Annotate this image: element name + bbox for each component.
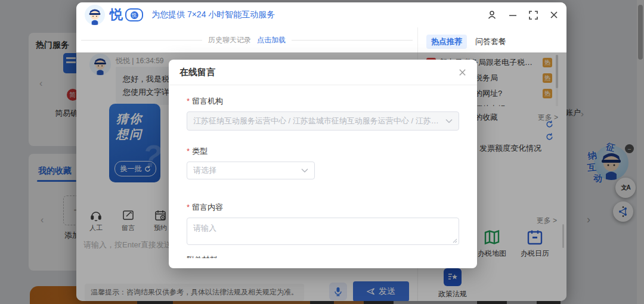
hot-badge: 热: [543, 58, 552, 67]
close-icon[interactable]: [550, 11, 558, 19]
chevron-right-icon[interactable]: ›: [587, 213, 590, 226]
browser-scrollbar-thumb[interactable]: [638, 5, 643, 60]
message-meta: 悦悦 | 16:34:59: [116, 56, 164, 66]
list-scrollbar-thumb[interactable]: [556, 55, 558, 88]
screen: 热门服务 ‹ 简 简易确认 我的收藏 ‹ + 添加 账户 › › 征 纳 互 动…: [0, 0, 644, 304]
message-avatar: [89, 54, 111, 75]
hot-badge: 热: [543, 89, 552, 98]
chevron-left-icon[interactable]: ‹: [39, 78, 42, 89]
tab-hot-recommend[interactable]: 热点推荐: [426, 35, 467, 49]
collapse-mascot-button[interactable]: –: [625, 144, 634, 153]
policy-regulation-entry[interactable]: 政策法规: [434, 268, 472, 299]
assistant-window-header: 悦 悦 为您提供 7×24 小时智能互动服务: [76, 2, 566, 27]
suggest-title-line: 想问: [116, 126, 143, 142]
type-select[interactable]: 请选择: [187, 162, 315, 179]
chevron-down-icon: [301, 168, 308, 173]
online-message-modal: 在线留言 *留言机构 江苏征纳互动服务运营中心 / 江苏盐城市征纳互动服务运营中…: [169, 60, 477, 268]
modal-title: 在线留言: [179, 67, 215, 78]
history-label: 历史聊天记录: [208, 35, 251, 45]
assistant-avatar: [85, 5, 105, 25]
panel-scrollbar-thumb[interactable]: [562, 224, 564, 248]
suggest-title-line: 猜你: [116, 111, 143, 126]
tab-underline: [37, 180, 76, 182]
assistant-logo-text: 悦: [110, 6, 123, 24]
resize-handle[interactable]: [451, 237, 457, 243]
translate-button[interactable]: 文A: [615, 178, 636, 198]
account-text-fragment: 账户: [565, 107, 581, 118]
chevron-right-icon[interactable]: ›: [581, 108, 584, 119]
leave-message-button[interactable]: 留言: [117, 209, 140, 232]
history-divider: 历史聊天记录 点击加载: [81, 35, 413, 45]
chat-input[interactable]: 请输入，按Enter直接发送: [83, 240, 172, 250]
mascot-char: 纳: [587, 150, 598, 163]
hot-badge: 热: [543, 73, 552, 83]
map-icon: [484, 229, 500, 246]
mic-icon: [334, 287, 342, 296]
type-field-label: *类型: [187, 146, 459, 157]
org-select[interactable]: 江苏征纳互动服务运营中心 / 江苏盐城市征纳互动服务运营中心 / 江苏盐城市大丰: [187, 111, 459, 131]
tax-calendar-entry[interactable]: 办税日历: [516, 229, 554, 259]
voice-input-button[interactable]: [329, 283, 347, 300]
refresh-icon: [144, 166, 151, 172]
list-scrollbar-track[interactable]: [556, 55, 558, 106]
graph-icon: [618, 206, 628, 217]
translate-icon: 文A: [621, 184, 630, 192]
services-more-link[interactable]: 更多 >: [537, 216, 557, 226]
send-button[interactable]: 发送: [353, 281, 409, 301]
chat-toolbar: 人工 留言: [85, 209, 172, 232]
chevron-left-icon[interactable]: ‹: [41, 215, 44, 225]
fullscreen-icon[interactable]: [529, 11, 538, 20]
content-field-label: *留言内容: [187, 202, 459, 213]
load-history-link[interactable]: 点击加载: [257, 35, 286, 45]
send-icon: [367, 287, 375, 296]
tax-map-entry[interactable]: 办税地图: [473, 229, 511, 259]
mascot-char: 动: [593, 172, 603, 185]
calendar-icon: [527, 229, 543, 246]
swap-batch-button[interactable]: 换一批: [114, 161, 156, 176]
close-icon[interactable]: [459, 69, 466, 76]
calendar-clock-icon: [154, 209, 167, 222]
policy-icon: [444, 268, 462, 286]
org-field-label: *留言机构: [187, 96, 459, 107]
favorites-section-title: 的收藏: [475, 112, 498, 123]
chevron-down-icon: [445, 119, 453, 123]
headset-icon: [89, 209, 103, 222]
favorite-item[interactable]: 发票额度变化情况: [479, 143, 558, 154]
guess-you-ask-card[interactable]: ? 猜你 想问 换一批: [109, 104, 160, 182]
hot-services-title: 热门服务: [36, 40, 69, 51]
compose-icon: [122, 209, 135, 222]
content-textarea[interactable]: 请输入: [187, 218, 459, 245]
attachment-field-label: 附件材料: [187, 255, 459, 258]
tab-my-favorites[interactable]: 我的收藏: [38, 166, 72, 176]
knowledge-graph-button[interactable]: [613, 201, 633, 222]
minimize-icon[interactable]: [509, 11, 517, 19]
user-icon[interactable]: [487, 10, 497, 20]
disclaimer-tip: 温馨提示：咨询结果仅供参考，具体以法律法规及相关规定为准。: [85, 284, 304, 301]
service-tagline: 为您提供 7×24 小时智能互动服务: [151, 10, 275, 20]
manual-service-button[interactable]: 人工: [85, 209, 107, 232]
refresh-icon[interactable]: [546, 133, 553, 141]
refresh-icon[interactable]: [546, 120, 553, 128]
tab-qa-package[interactable]: 问答套餐: [475, 36, 506, 47]
assistant-logo-badge: 悦: [125, 8, 143, 21]
